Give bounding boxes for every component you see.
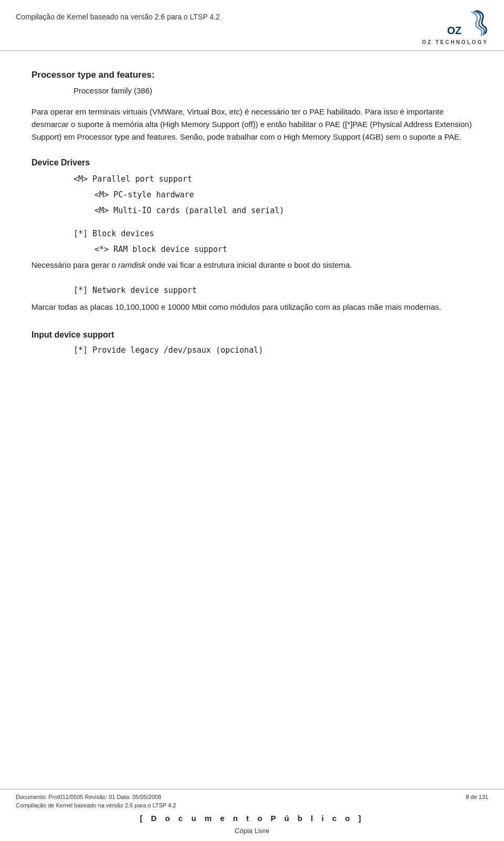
oz-logo-icon: OZ [446,9,488,38]
ramdisk-italic: ramdisk [118,260,146,269]
processor-heading: Processor type and features: [32,70,478,80]
device-drivers-section: Device Drivers <M> Parallel port support… [32,158,478,217]
input-section: Input device support [*] Provide legacy … [32,330,478,356]
logo-container: OZ OZ TECHNOLOGY [422,9,488,45]
input-heading: Input device support [32,330,478,340]
main-content: Processor type and features: Processor f… [0,51,504,372]
network-section: [*] Network device support Marcar todas … [32,284,478,313]
footer-subtitle: Compilação de Kernel baseado na versão 2… [16,802,488,808]
footer-doc-info: Documento: Prot011/0505 Revisão: 01 Data… [16,794,161,800]
footer-public-label: [ D o c u m e n t o P ú b l i c o ] [16,814,488,823]
ram-block-item: <*> RAM block device support [94,243,478,256]
footer-copy-label: Cópia Livre [16,827,488,835]
network-heading: [*] Network device support [74,284,478,297]
footer-page-info: 8 de 131 [466,794,488,800]
ram-block-desc: Necessário para gerar o ramdisk onde vai… [32,259,478,271]
logo-text: OZ TECHNOLOGY [422,39,488,45]
svg-text:OZ: OZ [447,25,461,36]
dd-item-2: <M> PC-style hardware [94,188,478,201]
page-header: Compilação de Kernel baseado na versão 2… [0,0,504,51]
device-drivers-heading: Device Drivers [32,158,478,167]
network-desc: Marcar todas as placas 10,100,1000 e 100… [32,301,478,313]
ram-block-desc-text: Necessário para gerar o ramdisk onde vai… [32,260,352,269]
block-devices-section: [*] Block devices <*> RAM block device s… [32,227,478,271]
footer-top-row: Documento: Prot011/0505 Revisão: 01 Data… [16,794,488,800]
block-devices-heading: [*] Block devices [74,227,478,240]
processor-family: Processor family (386) [74,85,478,97]
main-paragraph: Para operar em terminais virtuais (VMWar… [32,106,478,143]
input-item: [*] Provide legacy /dev/psaux (opcional) [74,344,478,356]
dd-item-3: <M> Multi-IO cards (parallel and serial) [94,204,478,217]
page-footer: Documento: Prot011/0505 Revisão: 01 Data… [0,789,504,841]
header-title: Compilação de Kernel baseado na versão 2… [16,9,220,21]
dd-item-1: <M> Parallel port support [74,173,478,185]
